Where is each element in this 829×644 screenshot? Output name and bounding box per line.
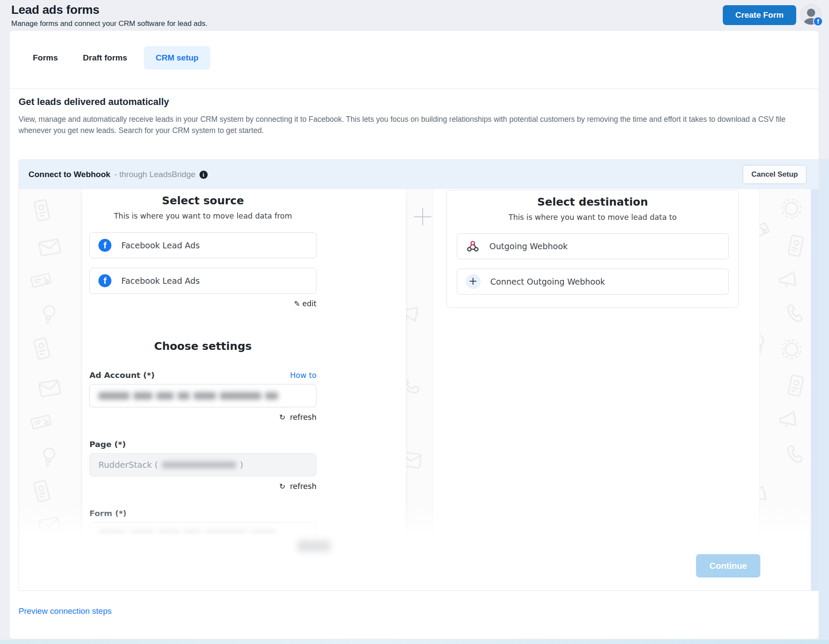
bg-phone-contact-icon: [28, 334, 56, 362]
required-mark: (*): [143, 371, 155, 380]
bg-ticket-icon: [28, 409, 54, 435]
refresh-link[interactable]: ↻ refresh: [279, 482, 316, 491]
redacted-text: [220, 392, 261, 400]
preview-connection-steps-link[interactable]: Preview connection steps: [19, 606, 111, 616]
bg-ticket-icon: [28, 267, 54, 293]
ad-account-refresh-row: ↻ refresh: [89, 413, 316, 422]
connect-outgoing-webhook-button[interactable]: + Connect Outgoing Webhook: [457, 269, 729, 295]
facebook-icon: f: [98, 274, 111, 287]
bg-megaphone-icon: [776, 266, 802, 293]
source-item-label: Facebook Lead Ads: [121, 241, 200, 250]
section-description: View, manage and automatically receive l…: [19, 114, 804, 136]
bg-envelope-icon: [36, 234, 63, 261]
redacted-text: [156, 392, 174, 400]
bg-sale-badge-icon: [777, 335, 805, 363]
faded-refresh-remnant: [297, 540, 330, 552]
ad-account-select[interactable]: [89, 384, 316, 407]
tab-forms[interactable]: Forms: [33, 46, 58, 70]
bg-lightbulb-icon: [36, 301, 62, 327]
required-mark: (*): [114, 440, 126, 449]
bg-phone-contact-icon: [782, 372, 810, 400]
main-card: Forms Draft forms CRM setup Get leads de…: [9, 30, 819, 639]
page-refresh-row: ↻ refresh: [89, 482, 316, 491]
page-select[interactable]: RudderStack ( ): [89, 453, 316, 476]
redacted-text: [177, 392, 190, 400]
connect-webhook-header: Connect to Webhook - through LeadsBridge…: [19, 160, 819, 189]
bg-phone-contact-icon: [28, 477, 56, 505]
destination-item-outgoing-webhook[interactable]: Outgoing Webhook: [457, 233, 729, 259]
webhook-icon: [466, 239, 480, 253]
continue-button[interactable]: Continue: [696, 554, 760, 577]
facebook-icon: f: [98, 239, 111, 252]
refresh-icon: ↻: [279, 482, 285, 491]
page-subtitle: Manage forms and connect your CRM softwa…: [11, 19, 208, 28]
select-destination-panel: Select destination This is where you wan…: [433, 189, 759, 536]
redacted-text: [98, 392, 130, 400]
source-item-label: Facebook Lead Ads: [121, 276, 200, 286]
tab-bar: Forms Draft forms CRM setup: [33, 46, 210, 70]
connect-webhook-panel: Select source This is where you want to …: [19, 159, 819, 591]
redacted-text: [133, 392, 152, 400]
select-destination-heading: Select destination: [457, 190, 729, 208]
page-label: Page (*): [89, 440, 126, 449]
plus-connector-icon: [414, 208, 431, 225]
section-heading: Get leads delivered automatically: [19, 96, 169, 108]
select-source-panel: Select source This is where you want to …: [82, 189, 406, 536]
destination-card: Select destination This is where you wan…: [446, 190, 739, 308]
redacted-text: [162, 462, 236, 468]
facebook-badge-icon: f: [813, 16, 823, 26]
destination-item-label: Outgoing Webhook: [490, 241, 568, 251]
create-form-button[interactable]: Create Form: [723, 5, 796, 25]
bg-phone-contact-icon: [28, 197, 56, 224]
choose-settings-heading: Choose settings: [89, 335, 316, 352]
select-source-subheading: This is where you want to move lead data…: [89, 212, 316, 220]
bg-sale-badge-icon: [777, 194, 805, 222]
edit-row: ✎ edit: [89, 299, 316, 308]
bottom-fade-overlay: [19, 505, 811, 536]
refresh-link[interactable]: ↻ refresh: [279, 413, 316, 422]
select-source-heading: Select source: [89, 189, 316, 207]
bg-phone-contact-icon: [782, 232, 810, 260]
refresh-icon: ↻: [279, 413, 285, 422]
select-destination-subheading: This is where you want to move lead data…: [457, 213, 729, 222]
ad-account-label: Ad Account (*): [89, 371, 155, 380]
how-to-link[interactable]: How to: [290, 371, 316, 380]
info-icon[interactable]: i: [199, 171, 208, 179]
bg-lightbulb-icon: [36, 444, 62, 470]
panel-right-gutter: [810, 189, 819, 591]
bg-megaphone-icon: [776, 406, 802, 433]
bg-handset-icon: [782, 301, 807, 327]
bg-handset-icon: [782, 442, 807, 467]
leadsbridge-embed: Select source This is where you want to …: [19, 189, 811, 536]
redacted-text: [193, 392, 216, 400]
wizard-via: - through LeadsBridge: [114, 170, 196, 179]
tab-crm-setup[interactable]: CRM setup: [144, 46, 210, 70]
edit-link[interactable]: ✎ edit: [294, 299, 316, 308]
edit-pencil-icon: ✎: [294, 299, 300, 308]
page-bottom-strip: [0, 640, 829, 644]
page-value-prefix: RudderStack (: [98, 460, 158, 470]
page-right-strip: [819, 159, 829, 640]
source-item-facebook-lead-ads[interactable]: f Facebook Lead Ads: [89, 268, 316, 294]
wizard-title: Connect to Webhook: [28, 170, 111, 179]
page-title: Lead ads forms: [11, 3, 99, 17]
connect-label: Connect Outgoing Webhook: [490, 277, 605, 286]
cancel-setup-button[interactable]: Cancel Setup: [743, 165, 807, 184]
source-item-facebook-lead-ads[interactable]: f Facebook Lead Ads: [89, 232, 316, 258]
wizard-footer: Continue: [19, 535, 811, 590]
tabs-divider: [9, 89, 819, 89]
bg-envelope-icon: [36, 375, 63, 402]
plus-icon: +: [466, 274, 481, 289]
redacted-text: [265, 392, 278, 400]
avatar[interactable]: f: [801, 4, 821, 25]
tab-draft-forms[interactable]: Draft forms: [83, 46, 127, 70]
page-value-suffix: ): [240, 460, 244, 470]
